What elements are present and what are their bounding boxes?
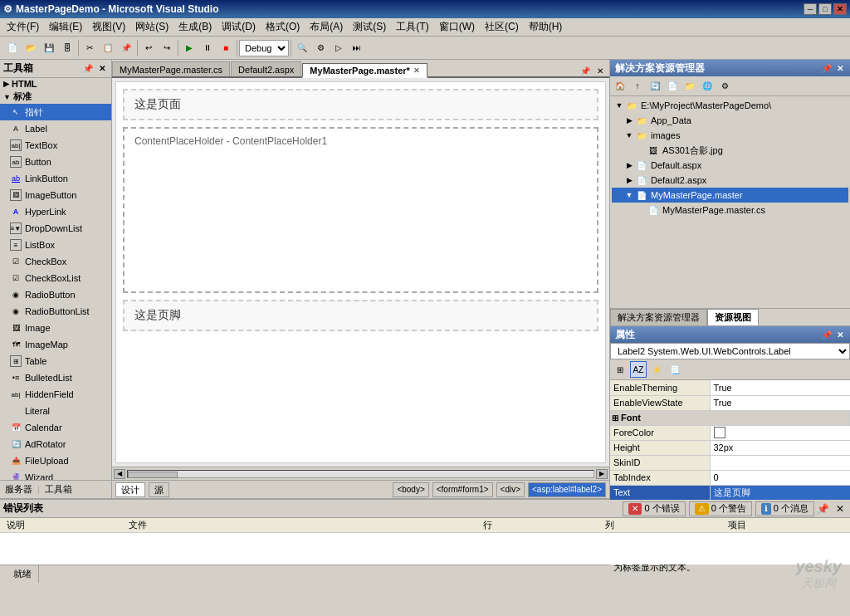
menu-format[interactable]: 格式(O): [261, 18, 305, 36]
toolbox-pin-button[interactable]: 📌: [81, 63, 95, 74]
solution-root[interactable]: ▼ 📁 E:\MyProject\MasterPageDemo\: [612, 98, 848, 113]
menu-view[interactable]: 视图(V): [87, 18, 130, 36]
paste-button[interactable]: 📌: [117, 39, 135, 57]
props-sort-alpha-button[interactable]: AZ: [630, 361, 647, 378]
toolbar-btn-extra1[interactable]: 🔍: [293, 39, 311, 57]
pause-button[interactable]: ⏸: [198, 39, 217, 57]
toolbar-btn-extra2[interactable]: ⚙: [311, 39, 330, 57]
toolbox-item-dropdownlist[interactable]: ≡▼ DropDownList: [0, 220, 111, 237]
tab-resource-view[interactable]: 资源视图: [707, 309, 759, 325]
errors-tab-button[interactable]: ✕ 0 个错误: [623, 501, 685, 516]
cut-button[interactable]: ✂: [81, 39, 99, 57]
html-section-header[interactable]: ▶ HTML: [0, 78, 111, 90]
toolbox-item-button[interactable]: ab Button: [0, 154, 111, 170]
standard-section-header[interactable]: ▼ 标准: [0, 90, 111, 104]
breadcrumb-form[interactable]: <form#form1>: [432, 482, 493, 497]
prop-value-height[interactable]: 32px: [710, 440, 850, 455]
toolbar-btn-extra4[interactable]: ⏭: [348, 39, 366, 57]
prop-row-height[interactable]: Height 32px: [610, 440, 850, 455]
save-all-button[interactable]: 🗄: [58, 39, 76, 57]
breadcrumb-body[interactable]: <body>: [393, 482, 428, 497]
undo-button[interactable]: ↩: [139, 39, 158, 57]
properties-selector[interactable]: Label2 System.Web.UI.WebControls.Label: [610, 343, 850, 359]
toolbox-item-adrotator[interactable]: 🔄 AdRotator: [0, 436, 111, 452]
root-expand-icon[interactable]: ▼: [613, 101, 625, 110]
properties-pin-button[interactable]: 📌: [820, 330, 833, 340]
h-scrollbar-track[interactable]: [127, 470, 594, 478]
new-project-button[interactable]: 📄: [3, 39, 22, 57]
prop-value-tabindex[interactable]: 0: [710, 470, 850, 485]
server-tab[interactable]: 服务器: [0, 482, 37, 496]
toolbox-item-wizard[interactable]: 🔮 Wizard: [0, 469, 111, 480]
breadcrumb-div[interactable]: <div>: [496, 482, 525, 497]
tab-pin-button[interactable]: 📌: [578, 66, 593, 76]
debug-mode-dropdown[interactable]: Debug: [239, 40, 289, 56]
props-events-button[interactable]: ⚡: [648, 361, 665, 378]
design-mode-button[interactable]: 设计: [115, 482, 145, 497]
h-scrollbar-thumb[interactable]: [128, 472, 178, 478]
run-button[interactable]: ▶: [180, 39, 198, 57]
breadcrumb-label[interactable]: <asp:label#label2>: [528, 482, 606, 497]
sol-btn-2[interactable]: ↑: [629, 78, 646, 95]
toolbox-item-literal[interactable]: Literal: [0, 403, 111, 419]
tree-default-aspx[interactable]: ▶ 📄 Default.aspx: [612, 158, 848, 173]
toolbox-item-label[interactable]: A Label: [0, 120, 111, 137]
menu-build[interactable]: 生成(B): [173, 18, 217, 36]
sol-btn-4[interactable]: 📄: [664, 78, 681, 95]
tree-masterpage-cs[interactable]: 📄 MyMasterPage.master.cs: [612, 203, 848, 218]
menu-file[interactable]: 文件(F): [2, 18, 44, 36]
toolbox-close-button[interactable]: ✕: [96, 63, 108, 74]
tree-images[interactable]: ▼ 📁 images: [612, 128, 848, 143]
tab-close-all-button[interactable]: ✕: [594, 66, 606, 76]
masterpage-expand-icon[interactable]: ▼: [623, 191, 635, 199]
menu-help[interactable]: 帮助(H): [524, 18, 568, 36]
menu-debug[interactable]: 调试(D): [217, 18, 261, 36]
tab-solution-explorer[interactable]: 解决方案资源管理器: [610, 309, 707, 325]
toolbox-item-image[interactable]: 🖼 Image: [0, 320, 111, 336]
toolbox-item-listbox[interactable]: ≡ ListBox: [0, 237, 111, 253]
menu-tools[interactable]: 工具(T): [391, 18, 433, 36]
tree-default2-aspx[interactable]: ▶ 📄 Default2.aspx: [612, 173, 848, 188]
toolbox-item-checkboxlist[interactable]: ☑ CheckBoxList: [0, 270, 111, 286]
solution-explorer-pin-button[interactable]: 📌: [820, 64, 833, 73]
prop-row-enableviewstate[interactable]: EnableViewState True: [610, 395, 850, 410]
open-button[interactable]: 📂: [22, 39, 40, 57]
prop-row-enabletheming[interactable]: EnableTheming True: [610, 380, 850, 395]
toolbox-item-calendar[interactable]: 📅 Calendar: [0, 419, 111, 436]
toolbox-item-radiobuttonlist[interactable]: ◉ RadioButtonList: [0, 303, 111, 320]
toolbox-item-pointer[interactable]: ↖ 指针: [0, 104, 111, 120]
sol-btn-1[interactable]: 🏠: [612, 78, 628, 95]
tab-masterpage-cs[interactable]: MyMasterPage.master.cs: [112, 61, 230, 76]
error-list-pin-button[interactable]: 📌: [814, 503, 832, 515]
menu-edit[interactable]: 编辑(E): [44, 18, 87, 36]
prop-value-enabletheming[interactable]: True: [710, 380, 850, 395]
toolbox-item-radiobutton[interactable]: ◉ RadioButton: [0, 286, 111, 303]
toolbox-tab[interactable]: 工具箱: [40, 482, 77, 496]
menu-window[interactable]: 窗口(W): [434, 18, 480, 36]
properties-close-button[interactable]: ✕: [835, 330, 845, 340]
toolbox-item-hiddenfield[interactable]: ab| HiddenField: [0, 386, 111, 403]
toolbox-item-hyperlink[interactable]: A HyperLink: [0, 203, 111, 220]
source-mode-button[interactable]: 源: [149, 482, 169, 497]
h-scrollbar[interactable]: ◀ ▶: [112, 467, 609, 480]
prop-value-text[interactable]: 这是页脚: [710, 485, 850, 500]
close-button[interactable]: ✕: [833, 3, 847, 15]
solution-explorer-close-button[interactable]: ✕: [835, 64, 845, 73]
images-expand-icon[interactable]: ▼: [623, 131, 635, 139]
menu-community[interactable]: 社区(C): [480, 18, 524, 36]
prop-value-forecolor[interactable]: [710, 425, 850, 440]
tab-close-button[interactable]: ✕: [413, 66, 420, 75]
scroll-right-button[interactable]: ▶: [596, 469, 608, 479]
sol-btn-7[interactable]: ⚙: [716, 78, 733, 95]
scroll-left-button[interactable]: ◀: [114, 469, 125, 479]
messages-tab-button[interactable]: ℹ 0 个消息: [755, 501, 814, 516]
prop-row-skinid[interactable]: SkinID: [610, 455, 850, 470]
default-expand-icon[interactable]: ▶: [623, 161, 635, 169]
copy-button[interactable]: 📋: [99, 39, 117, 57]
prop-row-forecolor[interactable]: ForeColor: [610, 425, 850, 440]
toolbox-item-textbox[interactable]: ab| TextBox: [0, 137, 111, 154]
sol-btn-6[interactable]: 🌐: [699, 78, 716, 95]
menu-layout[interactable]: 布局(A): [305, 18, 348, 36]
maximize-button[interactable]: □: [818, 3, 832, 15]
menu-test[interactable]: 测试(S): [348, 18, 391, 36]
